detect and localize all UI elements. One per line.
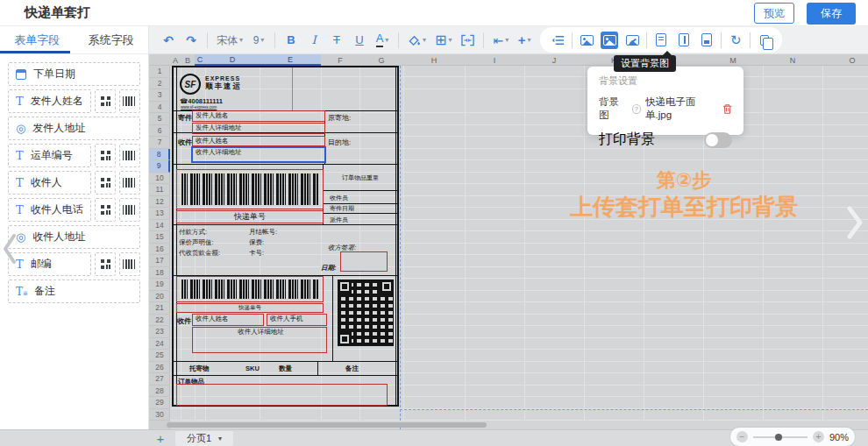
borders-select[interactable]: ⊞▾ (435, 31, 452, 50)
page-split-icon[interactable] (675, 32, 693, 49)
qr-drag-button[interactable] (95, 144, 116, 167)
field-item-发件人姓名[interactable]: T发件人姓名 (8, 89, 91, 113)
column-header-O[interactable]: O (822, 54, 868, 66)
field-receiver-address-2[interactable]: 收件人详细地址 (192, 327, 327, 353)
underline-icon[interactable]: U (352, 31, 366, 50)
fill-color-select[interactable]: ▾ (408, 31, 426, 50)
row-header-25[interactable]: 25 (149, 350, 170, 362)
field-item-发件人地址[interactable]: ◎发件人地址 (8, 117, 140, 140)
field-item-收件人[interactable]: T收件人 (8, 171, 91, 195)
row-header-5[interactable]: 5 (149, 113, 170, 125)
field-item-下单日期[interactable]: 下单日期 (8, 62, 140, 86)
column-header-C[interactable]: C (195, 54, 205, 66)
column-header-F[interactable]: F (321, 54, 359, 66)
column-header-I[interactable]: I (465, 54, 524, 66)
font-size-select[interactable]: 9▾ (252, 31, 266, 50)
row-header-12[interactable]: 12 (149, 196, 170, 209)
row-header-3[interactable]: 3 (149, 89, 170, 102)
undo-icon[interactable]: ↶ (161, 31, 175, 50)
print-background-toggle[interactable] (704, 132, 732, 148)
field-sender-name[interactable]: 发件人姓名 (192, 110, 325, 122)
barcode-drag-button[interactable] (119, 144, 140, 167)
row-header-22[interactable]: 22 (149, 315, 170, 327)
column-header-J[interactable]: J (524, 54, 584, 66)
spreadsheet-canvas[interactable]: ABCDEFGHIJKLMNO 123456789101112131415161… (149, 54, 868, 429)
row-header-13[interactable]: 13 (149, 208, 170, 220)
field-receiver-phone-2[interactable]: 收件人手机 (267, 314, 327, 326)
row-header-14[interactable]: 14 (149, 220, 170, 232)
column-header-H[interactable]: H (403, 54, 465, 66)
column-header-G[interactable]: G (359, 54, 403, 66)
row-header-7[interactable]: 7 (149, 137, 170, 149)
field-item-运单编号[interactable]: T运单编号 (8, 144, 91, 167)
field-receiver-name-2[interactable]: 收件人姓名 (192, 314, 264, 326)
row-header-9[interactable]: 9 (149, 160, 170, 173)
row-header-30[interactable]: 30 (149, 409, 170, 421)
zoom-in-button[interactable]: + (813, 431, 824, 442)
bold-icon[interactable]: B (284, 31, 298, 50)
row-header-23[interactable]: 23 (149, 326, 170, 338)
copy-sheet-icon[interactable] (756, 32, 773, 49)
add-page-button[interactable]: + (153, 430, 168, 446)
column-header-N[interactable]: N (763, 54, 822, 66)
font-family-select[interactable]: 宋体▾ (217, 31, 243, 50)
row-header-1[interactable]: 1 (149, 66, 170, 78)
column-header-B[interactable]: B (181, 54, 195, 66)
insert-select[interactable]: +▾ (517, 31, 531, 50)
next-panel-chevron-right-icon[interactable] (845, 205, 864, 240)
field-item-收件人地址[interactable]: ◎收件人地址 (8, 225, 140, 249)
row-header-26[interactable]: 26 (149, 362, 170, 374)
row-header-21[interactable]: 21 (149, 302, 170, 315)
zoom-slider[interactable] (753, 436, 808, 438)
waybill-barcode-1[interactable] (176, 169, 324, 209)
image-scale-icon[interactable] (623, 32, 641, 49)
barcode-drag-button[interactable] (119, 89, 140, 113)
column-header-A[interactable]: A (170, 54, 181, 66)
page-footer-icon[interactable] (698, 32, 715, 49)
redo-icon[interactable]: ↷ (184, 31, 198, 50)
tab-form-fields[interactable]: 表单字段 (0, 26, 75, 53)
row-header-27[interactable]: 27 (149, 373, 170, 386)
field-sender-address[interactable]: 发件人详细地址 (192, 123, 325, 134)
waybill-barcode-2[interactable] (176, 276, 324, 302)
save-button[interactable]: 保存 (807, 3, 856, 25)
field-item-收件人电话[interactable]: T收件人电话 (8, 198, 91, 222)
barcode-drag-button[interactable] (119, 171, 140, 195)
row-header-6[interactable]: 6 (149, 125, 170, 138)
insert-image-icon[interactable] (578, 32, 595, 49)
field-waybill-number-2[interactable]: 快递单号 (176, 303, 324, 313)
help-icon[interactable]: ? (632, 104, 642, 114)
field-item-备注[interactable]: T≣备注 (8, 280, 140, 303)
row-header-28[interactable]: 28 (149, 386, 170, 398)
font-color-select[interactable]: A▾ (375, 31, 389, 50)
row-header-29[interactable]: 29 (149, 397, 170, 409)
field-receiver-address-selected[interactable]: 收件人详细地址 (191, 146, 326, 163)
page-setup-icon[interactable] (652, 32, 670, 49)
qr-drag-button[interactable] (95, 252, 116, 276)
row-header-19[interactable]: 19 (149, 279, 170, 291)
column-header-D[interactable]: D (205, 54, 260, 66)
merge-cells-icon[interactable] (460, 31, 474, 50)
row-header-8[interactable]: 8 (149, 149, 170, 161)
column-header-M[interactable]: M (703, 54, 763, 66)
zoom-out-button[interactable]: − (736, 431, 748, 442)
field-waybill-number-1[interactable]: 快递单号 (176, 210, 324, 223)
field-item-邮编[interactable]: T邮编 (8, 252, 91, 276)
row-header-4[interactable]: 4 (149, 102, 170, 114)
qr-drag-button[interactable] (95, 171, 116, 195)
row-header-16[interactable]: 16 (149, 244, 170, 256)
qr-drag-button[interactable] (95, 198, 116, 222)
row-header-24[interactable]: 24 (149, 338, 170, 350)
row-header-2[interactable]: 2 (149, 78, 170, 90)
outline-settings-icon[interactable] (549, 32, 566, 49)
collapse-panel-chevron-left-icon[interactable] (2, 233, 18, 265)
set-background-image-icon[interactable] (601, 32, 618, 49)
row-header-11[interactable]: 11 (149, 184, 170, 196)
horizontal-scrollbar[interactable] (167, 422, 487, 428)
align-select[interactable]: ⇤▾ (493, 31, 509, 50)
preview-button[interactable]: 预览 (754, 3, 794, 24)
strikethrough-icon[interactable]: T (330, 31, 344, 50)
field-receiver-name[interactable]: 收件人姓名 (192, 136, 325, 146)
barcode-drag-button[interactable] (119, 198, 140, 222)
row-header-10[interactable]: 10 (149, 173, 170, 185)
